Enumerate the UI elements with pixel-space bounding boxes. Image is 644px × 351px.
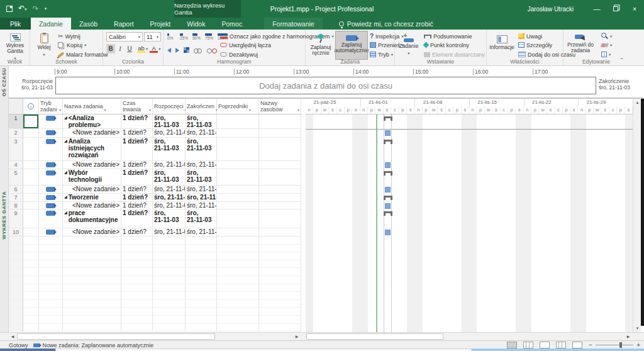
predecessors-cell[interactable] [217, 138, 259, 161]
row-number[interactable]: 7 [9, 194, 23, 202]
start-cell[interactable]: śro, 21-11-03 [153, 228, 186, 237]
task-name-cell[interactable]: ◢Wybór technologii [63, 169, 121, 186]
empty-row[interactable] [9, 292, 301, 300]
copy-button[interactable]: Kopiuj ▾ [58, 41, 86, 49]
table-row[interactable]: 3◢Analiza istniejących rozwiązań1 dzień?… [9, 138, 301, 161]
predecessors-cell[interactable] [217, 228, 259, 237]
row-number[interactable]: 10 [9, 228, 23, 237]
predecessors-cell[interactable] [217, 114, 259, 129]
finish-cell[interactable]: śro, 21-11-03 [186, 194, 217, 202]
new-task-mode-button[interactable]: Nowe zadania: Zaplanowane automatycznie [33, 342, 154, 348]
find-button[interactable]: ▾ [601, 32, 612, 40]
empty-row[interactable] [9, 308, 301, 316]
task-mode-cell[interactable] [39, 161, 63, 169]
finish-cell[interactable]: śro,21-11-03 [186, 209, 217, 228]
task-name-cell[interactable]: <Nowe zadanie> [63, 202, 121, 209]
highlight-color-button[interactable]: ab [137, 45, 145, 53]
table-row[interactable]: 5◢Wybór technologii1 dzień?śro,21-11-03ś… [9, 169, 301, 186]
italic-button[interactable]: I [116, 44, 125, 53]
table-row[interactable]: 4<Nowe zadanie>1 dzień?śro, 21-11-03śro,… [9, 161, 301, 169]
row-number[interactable]: 3 [9, 138, 23, 161]
table-scrollbar-thumb[interactable] [17, 333, 215, 340]
view-team-planner-button[interactable] [540, 342, 550, 348]
table-scroll-right-icon[interactable]: ▶ [293, 333, 301, 340]
table-row[interactable]: 7◢Tworzenie projektu1 dzień?śro, 21-11-0… [9, 194, 301, 202]
close-button[interactable]: × [625, 0, 644, 18]
link-tasks-icon[interactable] [194, 48, 203, 53]
timeline-pane-strip[interactable]: OŚ CZASU [0, 66, 9, 99]
empty-row[interactable] [9, 268, 301, 276]
duration-cell[interactable]: 1 dzień? [121, 228, 153, 237]
vertical-scrollbar[interactable]: ▲ ▼ [633, 99, 641, 332]
restore-button[interactable] [606, 0, 625, 18]
task-mode-cell[interactable] [39, 228, 63, 237]
finish-cell[interactable]: śro,21-11-03 [186, 138, 217, 161]
indicator-cell[interactable] [23, 228, 39, 237]
indicator-cell[interactable] [23, 209, 39, 228]
resource-names-cell[interactable] [259, 209, 301, 228]
start-cell[interactable]: śro, 21-11-03 [153, 202, 186, 209]
view-resource-sheet-button[interactable] [556, 342, 566, 348]
cut-button[interactable]: ✂ Wytnij [58, 32, 80, 40]
duration-cell[interactable]: 1 dzień? [121, 186, 153, 194]
task-bar[interactable] [385, 187, 391, 192]
task-mode-cell[interactable] [39, 209, 63, 228]
task-information-button[interactable]: Informacje [488, 31, 516, 59]
percent-75-button[interactable]: 75% [205, 33, 215, 40]
collapse-triangle-icon[interactable]: ◢ [64, 194, 67, 202]
task-mode-cell[interactable] [39, 129, 63, 138]
collapse-triangle-icon[interactable]: ◢ [64, 138, 67, 159]
collapse-triangle-icon[interactable]: ◢ [64, 169, 67, 183]
resource-names-cell[interactable] [259, 186, 301, 194]
undo-icon[interactable]: ↶▾ [18, 4, 27, 13]
indicator-cell[interactable] [23, 161, 39, 169]
summary-task-bar[interactable] [384, 171, 392, 176]
taskbar-active-app[interactable] [55, 348, 472, 351]
percent-0-button[interactable]: 0% [167, 33, 177, 40]
finish-cell[interactable]: śro, 21-11-03 [186, 129, 217, 138]
task-name-cell[interactable]: ◢Analiza istniejących rozwiązań [63, 138, 121, 161]
table-row[interactable]: 9◢prace dokumentacyjne1 dzień?śro,21-11-… [9, 209, 301, 228]
finish-cell[interactable]: śro, 21-11-03 [186, 202, 217, 209]
indicator-cell[interactable] [23, 114, 39, 129]
task-name-cell[interactable]: ◢prace dokumentacyjne [63, 209, 121, 228]
start-cell[interactable]: śro,21-11-03 [153, 209, 186, 228]
predecessors-cell[interactable] [217, 161, 259, 169]
task-bar[interactable] [385, 203, 391, 209]
tab-pomoc[interactable]: Pomoc [213, 18, 250, 30]
clear-button[interactable]: ▾ [601, 41, 612, 49]
task-name-cell[interactable]: ◢<Analiza problemu> [63, 114, 121, 129]
indicator-cell[interactable] [23, 138, 39, 161]
indicator-cell[interactable] [23, 129, 39, 138]
chart-scrollbar-thumb[interactable] [306, 333, 443, 340]
empty-row[interactable] [9, 252, 301, 260]
resource-names-cell[interactable] [259, 202, 301, 209]
fill-button[interactable]: ↓ ▾ [601, 50, 611, 58]
task-name-cell[interactable]: <Nowe zadanie> [63, 129, 121, 138]
empty-row[interactable] [9, 284, 301, 292]
split-task-icon[interactable] [184, 47, 189, 53]
insert-summary-button[interactable]: Podsumowanie [424, 32, 472, 40]
resource-names-cell[interactable] [259, 169, 301, 186]
summary-task-bar[interactable] [384, 116, 392, 121]
chart-scroll-right-icon[interactable]: ▶ [625, 333, 632, 340]
task-name-cell[interactable]: <Nowe zadanie> [63, 186, 121, 194]
indicator-cell[interactable] [23, 202, 39, 209]
table-row[interactable]: 1◢<Analiza problemu>1 dzień?śro,21-11-03… [9, 114, 301, 129]
task-bar[interactable] [385, 230, 391, 235]
predecessors-cell[interactable] [217, 186, 259, 194]
task-mode-cell[interactable] [39, 202, 63, 209]
font-size-combo[interactable]: 11 ▾ [144, 32, 161, 42]
filter-arrow-icon[interactable]: ▾ [249, 107, 251, 113]
manually-schedule-button[interactable]: Zaplanuj ręcznie [307, 31, 335, 59]
task-mode-cell[interactable] [39, 114, 63, 129]
predecessors-cell[interactable] [217, 202, 259, 209]
tab-zasób[interactable]: Zasób [71, 18, 106, 30]
column-header-name[interactable]: Nazwa zadania▾ [63, 99, 121, 114]
start-cell[interactable]: śro, 21-11-03 [153, 194, 186, 202]
start-cell[interactable]: śro, 21-11-03 [153, 129, 186, 138]
collapse-ribbon-icon[interactable]: ⌃ [619, 57, 624, 63]
predecessors-cell[interactable] [217, 194, 259, 202]
duration-cell[interactable]: 1 dzień? [121, 169, 153, 186]
start-cell[interactable]: śro, 21-11-03 [153, 186, 186, 194]
